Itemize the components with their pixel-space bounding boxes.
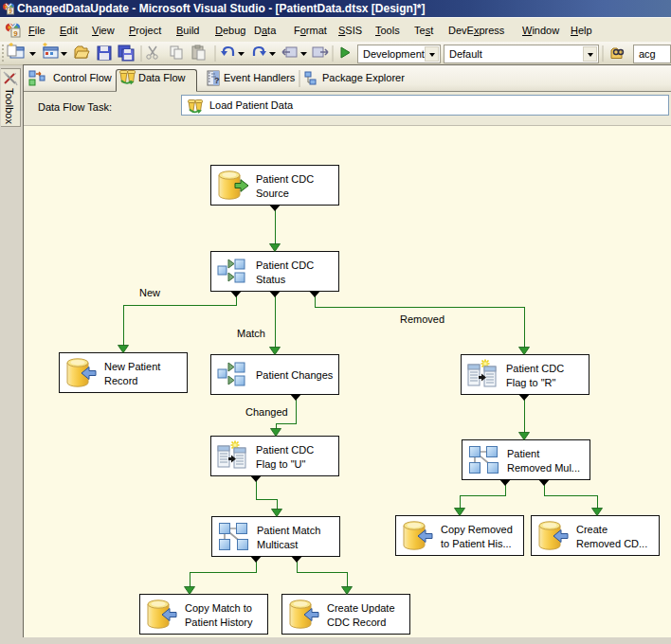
svg-text:9: 9 [13, 29, 18, 38]
svg-text:9: 9 [9, 8, 12, 14]
